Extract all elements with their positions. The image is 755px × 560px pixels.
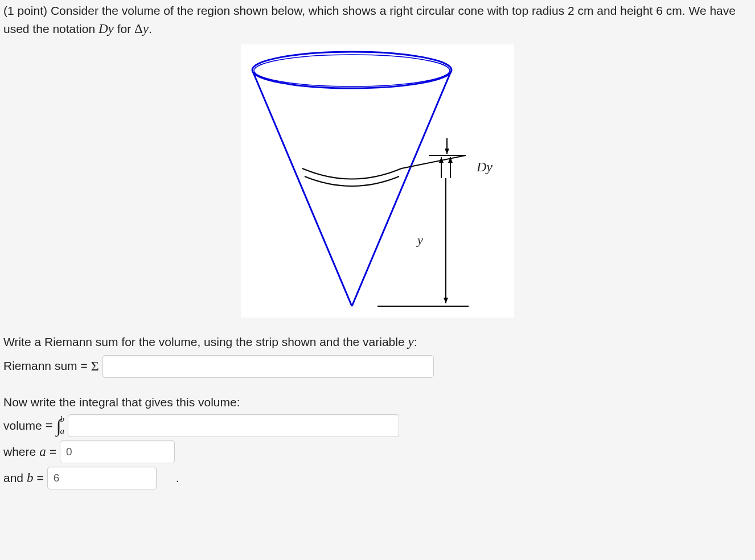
cone-figure: Dy y [241,44,514,318]
riemann-colon: : [414,335,417,348]
problem-statement: (1 point) Consider the volume of the reg… [3,2,752,39]
b-symbol: b [27,468,34,487]
riemann-text-1: Write a Riemann sum for the volume, usin… [3,335,408,348]
math-Dy: Dy [99,22,114,36]
svg-point-0 [252,52,452,88]
volume-label: volume [3,417,42,434]
svg-marker-7 [445,149,449,154]
volume-integral-row: volume = ∫ b a [3,414,752,437]
svg-line-3 [352,73,450,306]
svg-line-2 [253,73,352,306]
math-delta: Δ [134,22,143,36]
equals-1: = [46,416,53,435]
bound-b: b [60,415,64,423]
bound-a: a [60,427,64,435]
b-equals: = [37,470,44,487]
riemann-instruction: Write a Riemann sum for the volume, usin… [3,332,752,351]
riemann-sum-row: Riemann sum = Σ [3,355,752,378]
problem-period: . [149,22,152,35]
riemann-var-y: y [408,335,413,349]
points-label: (1 point) [3,4,51,17]
figure-label-y: y [417,231,423,249]
where-a-row: where a = [3,440,752,463]
problem-text-for: for [114,22,134,35]
figure-label-dy: Dy [477,157,493,177]
riemann-sum-label: Riemann sum = [3,357,88,374]
sigma-symbol: Σ [91,356,99,376]
svg-line-4 [401,155,466,168]
trailing-period: . [176,470,179,487]
riemann-sum-input[interactable] [102,355,434,378]
where-label: where [3,443,36,460]
svg-marker-13 [444,298,448,303]
integral-instruction: Now write the integral that gives this v… [3,394,752,411]
integral-symbol: ∫ b a [56,417,64,434]
integrand-input[interactable] [68,414,399,437]
svg-point-1 [254,55,450,87]
math-y: y [143,22,149,36]
a-value-input[interactable] [60,440,175,463]
a-symbol: a [39,442,46,461]
a-equals: = [50,443,56,460]
and-label: and [3,470,23,487]
b-value-input[interactable] [47,467,157,489]
and-b-row: and b = . [3,467,752,489]
